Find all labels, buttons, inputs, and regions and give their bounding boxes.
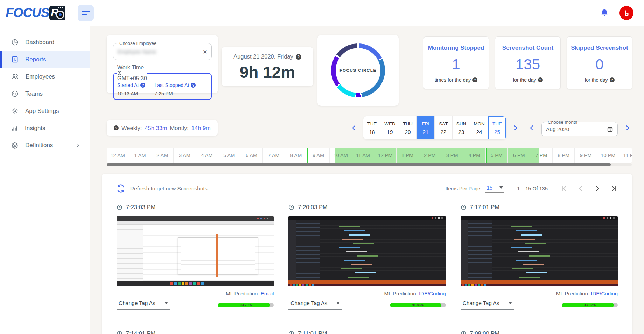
timeline-hour-cell[interactable]: 10 PM xyxy=(597,148,620,163)
hour-label: 9 AM xyxy=(313,152,324,158)
timeline-hour-cell[interactable]: 9 AM xyxy=(307,148,330,163)
timeline-hour-cell[interactable]: 2 AM xyxy=(151,148,174,163)
ml-prediction-value: IDE/Coding xyxy=(419,291,446,296)
choose-employee-field[interactable]: Choose Employee Employee Name × xyxy=(113,41,212,60)
sidebar-item-employees[interactable]: Employees xyxy=(0,68,90,85)
hour-label: 5 AM xyxy=(223,152,235,158)
timeline-hour-cell[interactable]: 5 PM xyxy=(486,148,508,163)
hour-label: 10 AM xyxy=(334,152,348,158)
day-cell[interactable]: THU 20 xyxy=(399,116,417,139)
timeline-hour-cell[interactable]: 2 PM xyxy=(419,148,441,163)
change-tag-dropdown[interactable]: Change Tag As xyxy=(461,300,514,310)
sidebar-item-reports[interactable]: Reports xyxy=(0,51,90,68)
sidebar-item-app-settings[interactable]: App Settings xyxy=(0,102,90,120)
timeline-hour-cell[interactable]: 4 AM xyxy=(196,148,218,163)
last-stopped-at-value: 7:25 PM xyxy=(154,91,196,96)
sidebar-item-definitions[interactable]: Definitions xyxy=(0,137,90,154)
timeline-hour-cell[interactable]: 12 PM xyxy=(374,148,397,163)
timeline-hour-cell[interactable]: 3 PM xyxy=(441,148,463,163)
clear-selection-icon[interactable]: × xyxy=(203,48,207,55)
ml-prediction-value: Email xyxy=(261,291,274,296)
sidebar-item-label: App Settings xyxy=(25,108,59,115)
previous-month-button[interactable] xyxy=(527,123,537,133)
next-week-button[interactable] xyxy=(511,123,520,133)
day-cell[interactable]: MON 24 xyxy=(470,116,488,139)
hour-label: 6 AM xyxy=(246,152,257,158)
help-icon[interactable]: ? xyxy=(472,77,477,82)
help-icon[interactable]: ? xyxy=(538,77,543,82)
sidebar-item-label: Definitions xyxy=(25,142,53,149)
day-number: 18 xyxy=(369,129,375,135)
calendar-icon[interactable] xyxy=(607,126,613,132)
change-tag-label: Change Tag As xyxy=(290,300,327,306)
help-icon[interactable]: ? xyxy=(140,83,145,88)
sidebar-toggle-button[interactable] xyxy=(78,5,94,21)
last-stopped-at-label: Last Stopped At xyxy=(154,82,189,88)
timeline-hour-cell[interactable]: 1 PM xyxy=(397,148,419,163)
change-tag-dropdown[interactable]: Change Tag As xyxy=(117,300,170,310)
timeline-hour-cell[interactable]: 5 AM xyxy=(218,148,240,163)
focus-circle-card: FOCUS CIRCLE xyxy=(317,35,399,106)
next-page-button[interactable] xyxy=(594,185,601,192)
timeline-hour-cell[interactable]: 9 PM xyxy=(575,148,597,163)
timeline-hour-cell[interactable]: 8 PM xyxy=(553,148,575,163)
screenshot-card: 7:14:01 PM xyxy=(117,327,274,334)
sidebar-item-insights[interactable]: Insights xyxy=(0,120,90,137)
next-month-button[interactable] xyxy=(623,123,632,133)
screenshot-card: 7:11:01 PM xyxy=(288,327,446,334)
day-strip: TUE 18 WED 19 THU 20 xyxy=(363,116,506,139)
timeline-hour-cell[interactable]: 3 AM xyxy=(174,148,196,163)
notifications-bell-icon[interactable] xyxy=(600,8,609,18)
day-cell[interactable]: TUE 25 xyxy=(488,116,506,139)
change-tag-dropdown[interactable]: Change Tag As xyxy=(288,300,342,310)
employee-name-value[interactable]: Employee Name xyxy=(118,49,156,55)
screenshot-thumbnail[interactable] xyxy=(117,216,274,286)
timeline-scrollbar-thumb[interactable] xyxy=(107,163,611,166)
day-cell[interactable]: TUE 18 xyxy=(363,116,381,139)
sidebar-item-teams[interactable]: Teams xyxy=(0,85,90,102)
day-of-week: TUE xyxy=(492,121,502,127)
sidebar-item-label: Reports xyxy=(25,56,46,63)
work-time-field: Work Time GMT+05:30 Started At? 10:13 AM… xyxy=(113,64,212,100)
items-per-page-select[interactable]: 15 xyxy=(485,185,504,193)
help-icon[interactable]: ? xyxy=(191,83,196,88)
timeline-hour-cell[interactable]: 1 AM xyxy=(129,148,152,163)
timeline-hour-cell[interactable]: 11 PM xyxy=(620,148,632,163)
choose-month-field[interactable]: Choose month Aug 2020 xyxy=(541,120,618,136)
timeline-hour-cell[interactable]: 8 AM xyxy=(285,148,308,163)
company-logo-avatar[interactable] xyxy=(620,6,634,20)
first-page-button[interactable] xyxy=(560,185,567,192)
confidence-bar: 91.86% xyxy=(390,303,446,307)
sidebar-item-dashboard[interactable]: Dashboard xyxy=(0,34,90,51)
day-cell[interactable]: WED 19 xyxy=(381,116,399,139)
date-label: August 21 2020, Friday xyxy=(233,53,293,60)
stat-caption: for the day xyxy=(513,77,536,83)
screenshot-thumbnail[interactable] xyxy=(288,216,446,286)
timeline-hour-cell[interactable]: 10 AM xyxy=(330,148,352,163)
previous-page-button[interactable] xyxy=(577,185,584,192)
confidence-percentage: 93.76% xyxy=(218,303,274,307)
hour-label: 8 AM xyxy=(290,152,302,158)
timezone-value: GMT+05:30 xyxy=(117,75,147,81)
timeline-hour-cell[interactable]: 4 PM xyxy=(463,148,486,163)
refresh-screenshots-button[interactable]: Refresh to get new Screenshots xyxy=(117,184,208,193)
change-tag-label: Change Tag As xyxy=(463,300,499,306)
timeline-hour-cell[interactable]: 11 AM xyxy=(352,148,374,163)
timeline-hour-cell[interactable]: 12 AM xyxy=(107,148,129,163)
ml-prediction-label: ML Prediction: xyxy=(556,291,589,296)
day-cell[interactable]: SAT 22 xyxy=(435,116,453,139)
screenshot-thumbnail[interactable] xyxy=(461,216,618,286)
help-icon[interactable]: ? xyxy=(114,125,119,130)
stat-card: Screenshot Count 135 for the day? xyxy=(495,36,561,89)
hour-label: 12 AM xyxy=(111,152,125,158)
help-icon[interactable]: ? xyxy=(610,77,615,82)
timeline-hour-cell[interactable]: 7 PM xyxy=(530,148,553,163)
timeline-hour-cell[interactable]: 6 PM xyxy=(508,148,530,163)
previous-week-button[interactable] xyxy=(349,123,359,133)
last-page-button[interactable] xyxy=(611,185,618,192)
help-icon[interactable]: ? xyxy=(296,54,301,60)
timeline-hour-cell[interactable]: 7 AM xyxy=(263,148,285,163)
timeline-hour-cell[interactable]: 6 AM xyxy=(240,148,263,163)
day-cell[interactable]: FRI 21 xyxy=(417,116,435,139)
day-cell[interactable]: SUN 23 xyxy=(453,116,470,139)
